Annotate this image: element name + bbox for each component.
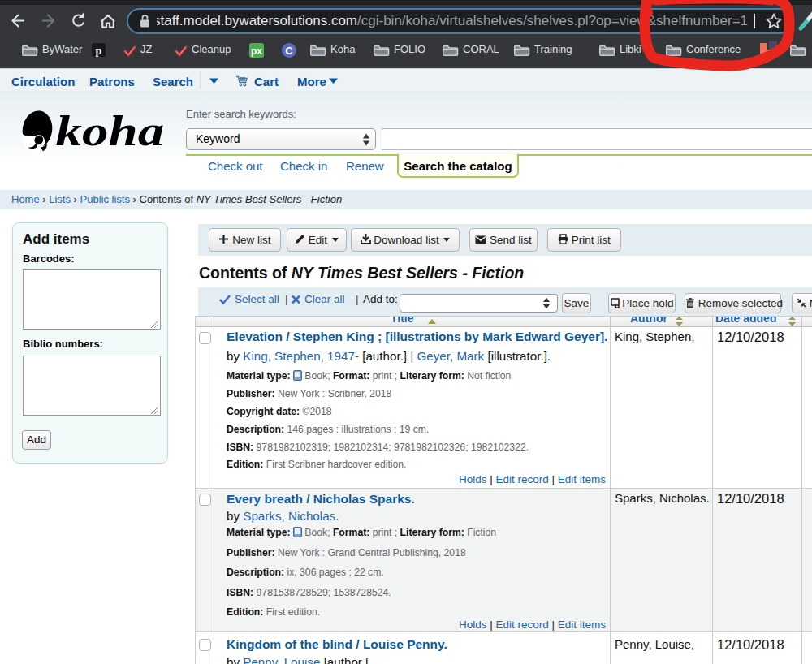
svg-text:koha: koha: [56, 109, 165, 154]
